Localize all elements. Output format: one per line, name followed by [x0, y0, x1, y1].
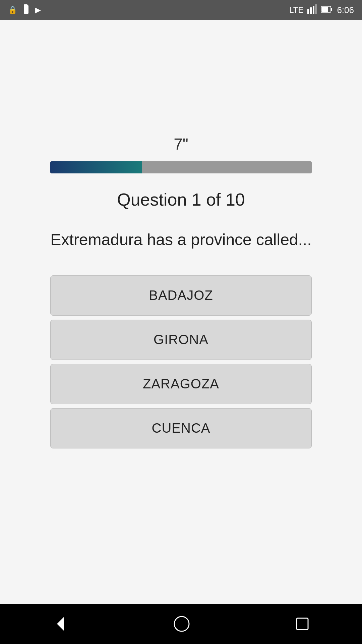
svg-rect-3	[310, 7, 312, 14]
answers-container: BADAJOZ GIRONA ZARAGOZA CUENCA	[50, 275, 312, 448]
status-bar-right: LTE 6:06	[289, 4, 354, 16]
answer-button-zaragoza[interactable]: ZARAGOZA	[50, 364, 312, 404]
progress-bar-fill	[50, 161, 142, 173]
status-bar-left: 🔒 ▶	[8, 4, 41, 16]
svg-rect-0	[24, 4, 28, 14]
svg-rect-5	[315, 4, 317, 14]
question-label: Question 1 of 10	[117, 190, 245, 210]
play-store-icon: ▶	[35, 6, 41, 14]
clock-time: 6:06	[337, 5, 354, 15]
svg-rect-4	[313, 6, 314, 14]
question-text: Extremadura has a province called...	[50, 228, 311, 251]
svg-rect-7	[321, 7, 328, 12]
answer-button-cuenca[interactable]: CUENCA	[50, 408, 312, 448]
battery-icon	[321, 5, 333, 15]
recent-apps-icon[interactable]	[295, 616, 310, 632]
status-bar: 🔒 ▶ LTE 6:06	[0, 0, 362, 20]
answer-button-girona[interactable]: GIRONA	[50, 320, 312, 360]
svg-rect-2	[307, 9, 309, 14]
main-content: 7" Question 1 of 10 Extremadura has a pr…	[0, 20, 362, 604]
lock-icon: 🔒	[8, 6, 17, 14]
back-icon[interactable]	[52, 615, 69, 632]
progress-bar-container	[50, 161, 312, 173]
svg-rect-8	[331, 8, 332, 11]
svg-rect-11	[297, 618, 308, 630]
lte-label: LTE	[289, 5, 303, 15]
sim-icon	[22, 4, 30, 16]
answer-button-badajoz[interactable]: BADAJOZ	[50, 275, 312, 316]
home-icon[interactable]	[173, 615, 190, 633]
svg-marker-9	[57, 617, 64, 631]
nav-bar	[0, 604, 362, 644]
timer-display: 7"	[174, 135, 188, 153]
signal-icon	[307, 4, 317, 16]
svg-point-10	[174, 616, 189, 631]
